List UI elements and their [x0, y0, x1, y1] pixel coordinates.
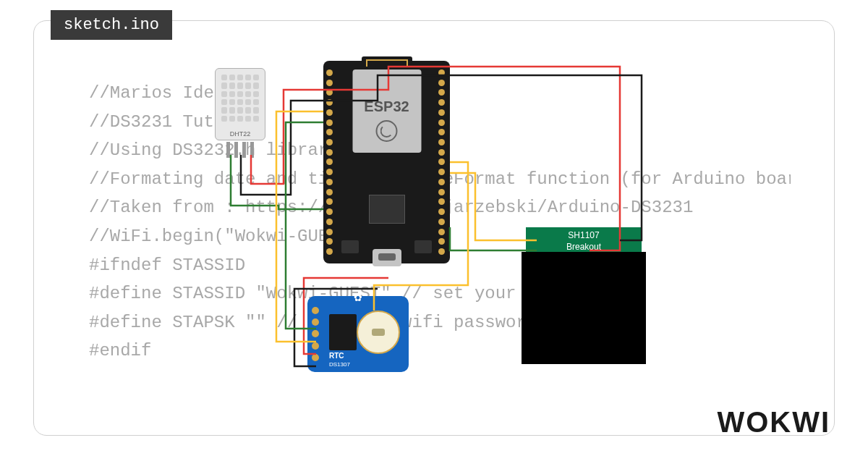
file-tab[interactable]: sketch.ino — [51, 10, 172, 40]
editor-frame: //Marios Ideas //DS3231 Tutorial //Using… — [33, 20, 835, 436]
wokwi-brand-logo: WOKWI — [717, 406, 830, 439]
wires-layer — [208, 61, 699, 401]
file-tab-label: sketch.ino — [64, 16, 159, 34]
circuit-diagram[interactable]: DHT22 ESP32 — [208, 61, 699, 401]
